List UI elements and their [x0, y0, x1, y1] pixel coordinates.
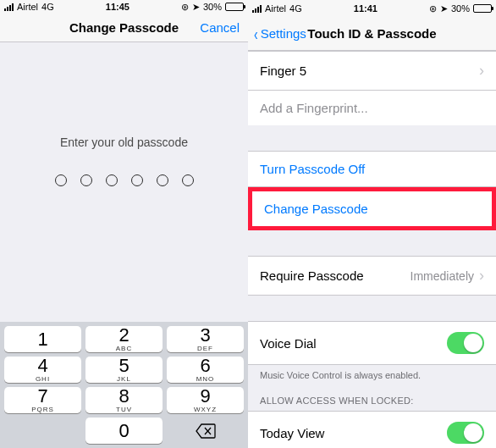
back-button[interactable]: ‹ Settings	[253, 25, 306, 42]
fingerprint-row[interactable]: Finger 5 ›	[248, 51, 496, 91]
passcode-dot	[55, 174, 67, 186]
backspace-icon	[196, 423, 216, 439]
location-icon: ➤	[440, 3, 448, 14]
require-passcode-value: Immediately	[411, 269, 474, 283]
key-6[interactable]: 6MNO	[167, 357, 244, 383]
nav-title: Touch ID & Passcode	[307, 26, 436, 41]
key-4[interactable]: 4GHI	[4, 357, 81, 383]
nav-title: Change Passcode	[69, 20, 179, 35]
cancel-button[interactable]: Cancel	[200, 20, 240, 35]
key-1[interactable]: 1	[4, 326, 81, 352]
passcode-prompt: Enter your old passcode	[60, 136, 188, 149]
turn-passcode-off-row[interactable]: Turn Passcode Off	[248, 151, 496, 187]
passcode-dot	[106, 174, 118, 186]
clock-label: 11:41	[354, 3, 378, 14]
allow-access-header: ALLOW ACCESS WHEN LOCKED:	[248, 380, 496, 411]
passcode-dot	[131, 174, 143, 186]
add-fingerprint-row[interactable]: Add a Fingerprint...	[248, 91, 496, 125]
alarm-icon: ⊛	[429, 3, 437, 14]
signal-bars-icon	[4, 3, 14, 11]
key-9[interactable]: 9WXYZ	[167, 387, 244, 413]
key-2[interactable]: 2ABC	[85, 326, 163, 352]
chevron-right-icon: ›	[479, 267, 484, 285]
key-empty	[4, 418, 81, 444]
alarm-icon: ⊛	[181, 2, 189, 13]
location-icon: ➤	[192, 2, 200, 13]
today-view-toggle[interactable]	[447, 422, 484, 444]
carrier-label: Airtel	[17, 2, 38, 12]
key-3[interactable]: 3DEF	[167, 326, 244, 352]
signal-bars-icon	[252, 5, 262, 13]
settings-list: Finger 5 › Add a Fingerprint... Turn Pas…	[248, 51, 496, 448]
numeric-keypad: 1 2ABC 3DEF 4GHI 5JKL 6MNO 7PQRS 8TUV 9W…	[0, 322, 248, 448]
voice-dial-toggle[interactable]	[447, 332, 484, 354]
clock-label: 11:45	[106, 2, 130, 12]
battery-percent: 30%	[203, 2, 222, 12]
key-backspace[interactable]	[167, 418, 244, 444]
chevron-left-icon: ‹	[254, 25, 258, 42]
key-7[interactable]: 7PQRS	[4, 387, 81, 413]
nav-bar-left: Change Passcode Cancel	[0, 14, 248, 42]
status-bar-left: Airtel 4G 11:45 ⊛ ➤ 30%	[0, 0, 248, 14]
touch-id-settings-screen: Airtel 4G 11:41 ⊛ ➤ 30% ‹ Settings Touch…	[248, 0, 496, 448]
change-passcode-screen: Airtel 4G 11:45 ⊛ ➤ 30% Change Passcode …	[0, 0, 248, 448]
voice-dial-note: Music Voice Control is always enabled.	[248, 365, 496, 380]
today-view-row: Today View	[248, 411, 496, 448]
passcode-dot	[157, 174, 168, 186]
battery-icon	[225, 3, 244, 11]
nav-bar-right: ‹ Settings Touch ID & Passcode	[248, 17, 496, 51]
chevron-right-icon: ›	[479, 62, 484, 80]
change-passcode-row[interactable]: Change Passcode	[248, 187, 496, 230]
battery-icon	[473, 4, 492, 13]
network-label: 4G	[41, 2, 54, 12]
battery-percent: 30%	[451, 3, 470, 14]
key-5[interactable]: 5JKL	[85, 357, 163, 383]
key-8[interactable]: 8TUV	[85, 387, 163, 413]
network-label: 4G	[289, 3, 302, 14]
passcode-dot	[80, 174, 92, 186]
status-bar-right: Airtel 4G 11:41 ⊛ ➤ 30%	[248, 0, 496, 17]
carrier-label: Airtel	[265, 3, 286, 14]
passcode-dots	[55, 174, 194, 186]
require-passcode-row[interactable]: Require Passcode Immediately ›	[248, 256, 496, 296]
passcode-dot	[182, 174, 194, 186]
voice-dial-row: Voice Dial	[248, 321, 496, 365]
passcode-entry-area: Enter your old passcode	[0, 42, 248, 322]
back-label: Settings	[261, 26, 306, 41]
key-0[interactable]: 0	[85, 418, 163, 444]
